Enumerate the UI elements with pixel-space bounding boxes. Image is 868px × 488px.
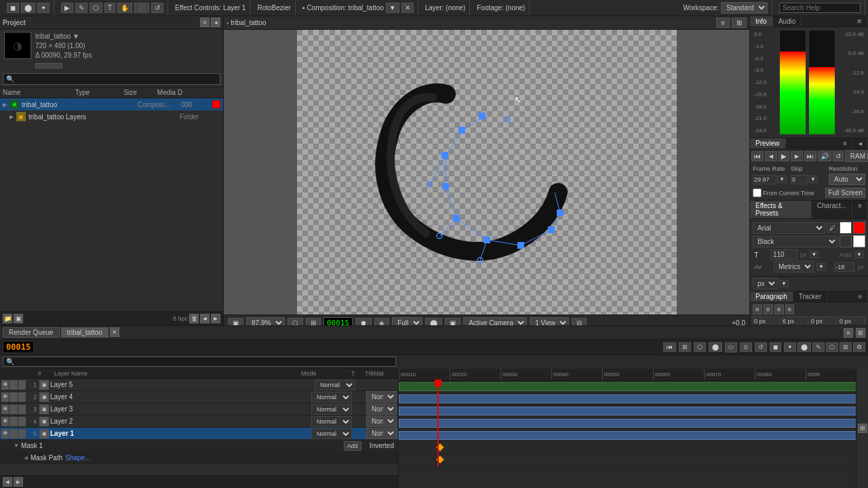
preview-mode-select[interactable]: RAM Preview Options: [845, 150, 868, 162]
tl-switch-6[interactable]: ⚙: [853, 342, 865, 352]
file-item-tribal-tattoo[interactable]: ▶ ▣ tribal_tattoo Composi... 000: [0, 98, 223, 110]
font-size-input[interactable]: [770, 249, 797, 260]
frame-rate-input[interactable]: [753, 175, 776, 184]
new-folder-btn[interactable]: 📁: [3, 314, 12, 323]
tl-nav-next[interactable]: ►: [14, 477, 23, 487]
mask-shape-label[interactable]: Shape...: [65, 454, 90, 462]
timeline-search-input[interactable]: [3, 357, 396, 367]
mode-select-5[interactable]: Normal: [311, 428, 352, 439]
preview-last-btn[interactable]: ⏭: [804, 151, 816, 161]
audio-3[interactable]: [9, 405, 17, 414]
visibility-2[interactable]: 👁: [1, 392, 9, 402]
para-space-4[interactable]: [838, 317, 865, 325]
unit-select-1[interactable]: px: [753, 278, 778, 289]
skip-input[interactable]: [791, 175, 808, 184]
canvas-3d-btn[interactable]: ⊟: [572, 318, 587, 325]
preview-prev-btn[interactable]: ◄: [765, 151, 777, 161]
para-space-1[interactable]: [753, 317, 780, 325]
file-item-layers[interactable]: ▶ ▣ tribal_tattoo Layers Folder: [0, 110, 223, 123]
visibility-1[interactable]: 👁: [1, 380, 9, 390]
color-box-2[interactable]: [840, 235, 852, 247]
solo-2[interactable]: [18, 392, 26, 402]
tab-info[interactable]: Info: [750, 16, 773, 26]
font-family-select[interactable]: Arial: [753, 222, 825, 234]
mode-select-2[interactable]: Normal: [311, 392, 352, 403]
canvas-popout-btn[interactable]: ⊞: [732, 18, 747, 28]
tab-tribal-tattoo[interactable]: tribal_tattoo: [61, 327, 108, 338]
camera-tool[interactable]: 🎥: [134, 3, 149, 13]
tl-switch-2[interactable]: ⬤: [797, 342, 811, 352]
mask-expand-icon[interactable]: ▼: [14, 443, 19, 449]
preview-collapse-btn[interactable]: ◂: [853, 138, 868, 148]
skip-dropdown[interactable]: ▼: [808, 176, 818, 183]
tool-btn-2[interactable]: ⬤: [21, 3, 35, 13]
solo-4[interactable]: [18, 417, 26, 426]
canvas-record-btn[interactable]: ⏺: [355, 318, 372, 325]
tab-tracker[interactable]: Tracker: [793, 291, 828, 302]
zoom-select[interactable]: 87.9%: [246, 317, 285, 325]
tab-close-btn[interactable]: ✕: [851, 16, 868, 26]
tl-tool-8[interactable]: ◼: [770, 342, 781, 352]
metrics-dropdown[interactable]: ▼: [816, 263, 826, 270]
preview-first-btn[interactable]: ⏮: [751, 151, 764, 161]
audio-1[interactable]: [9, 380, 17, 390]
canvas-grid-btn[interactable]: ⊞: [306, 318, 321, 325]
timeline-menu[interactable]: ≡: [844, 328, 853, 338]
comp-close-btn[interactable]: ✕: [401, 3, 414, 13]
trk-select-4[interactable]: None: [366, 415, 397, 427]
fill-color-swatch[interactable]: [840, 222, 852, 234]
audio-2[interactable]: [9, 392, 17, 402]
tl-tool-1[interactable]: ⏮: [663, 342, 676, 352]
trk-select-2[interactable]: None: [366, 391, 397, 403]
para-menu-btn[interactable]: ≡: [852, 291, 868, 302]
canvas-snap-btn[interactable]: ▣: [228, 318, 243, 325]
tl-tool-2[interactable]: ⊞: [679, 342, 691, 352]
tl-switch-3[interactable]: ✎: [812, 342, 825, 352]
full-screen-btn[interactable]: Full Screen: [825, 188, 865, 198]
view-mode-select[interactable]: Full: [392, 317, 422, 325]
pen-tool[interactable]: ✎: [75, 3, 87, 13]
mask-blend-btn[interactable]: Add: [344, 441, 361, 451]
delete-btn[interactable]: 🗑: [189, 314, 199, 323]
solo-1[interactable]: [18, 380, 26, 390]
canvas-mode-btn[interactable]: ▣: [445, 318, 460, 325]
tl-switch-1[interactable]: ✦: [784, 342, 796, 352]
comp-settings-btn[interactable]: ▼: [386, 3, 399, 13]
preview-play-btn[interactable]: ▶: [778, 151, 789, 161]
search-input[interactable]: [779, 3, 861, 13]
color-box-3[interactable]: [853, 235, 865, 247]
tab-preview[interactable]: Preview: [750, 138, 786, 148]
view-count-select[interactable]: 1 View: [530, 317, 569, 325]
tab-close-timeline[interactable]: ✕: [110, 327, 119, 337]
tab-paragraph[interactable]: Paragraph: [750, 291, 793, 302]
effects-menu-btn[interactable]: ≡: [852, 201, 868, 218]
trk-select-3[interactable]: None: [366, 403, 397, 415]
panel-menu-btn[interactable]: ≡: [200, 18, 210, 27]
tl-tool-4[interactable]: ⬤: [709, 342, 722, 352]
mode-select-4[interactable]: Normal: [311, 416, 352, 427]
solo-5[interactable]: [18, 429, 26, 439]
timeline-expand[interactable]: ⊞: [856, 328, 865, 338]
audio-4[interactable]: [9, 417, 17, 426]
trk-select-5[interactable]: None: [366, 428, 397, 439]
tl-tool-3[interactable]: ⬡: [694, 342, 706, 352]
visibility-4[interactable]: 👁: [1, 417, 9, 426]
workspace-select[interactable]: Standard: [721, 2, 768, 14]
preview-audio-btn[interactable]: 🔊: [818, 151, 831, 161]
unit-dropdown[interactable]: ▼: [779, 280, 789, 287]
frame-rate-dropdown[interactable]: ▼: [777, 176, 787, 183]
from-current-checkbox[interactable]: [753, 188, 762, 197]
canvas-motion-btn[interactable]: ◈: [374, 318, 389, 325]
tool-btn-1[interactable]: ◼: [7, 3, 19, 13]
text-tool[interactable]: T: [104, 3, 115, 13]
tool-btn-3[interactable]: ✦: [37, 3, 50, 13]
tl-switch-5[interactable]: ⊞: [840, 342, 852, 352]
tl-tool-5[interactable]: ⬭: [725, 342, 737, 352]
para-space-2[interactable]: [781, 317, 808, 325]
audio-5[interactable]: [9, 429, 17, 439]
shape-tool[interactable]: ⬡: [90, 3, 102, 13]
rotate-tool[interactable]: ↺: [151, 3, 163, 13]
tab-character[interactable]: Charact...: [812, 201, 852, 218]
metrics-select[interactable]: Metrics: [774, 261, 814, 272]
font-color-btn[interactable]: 🖊: [827, 223, 838, 232]
